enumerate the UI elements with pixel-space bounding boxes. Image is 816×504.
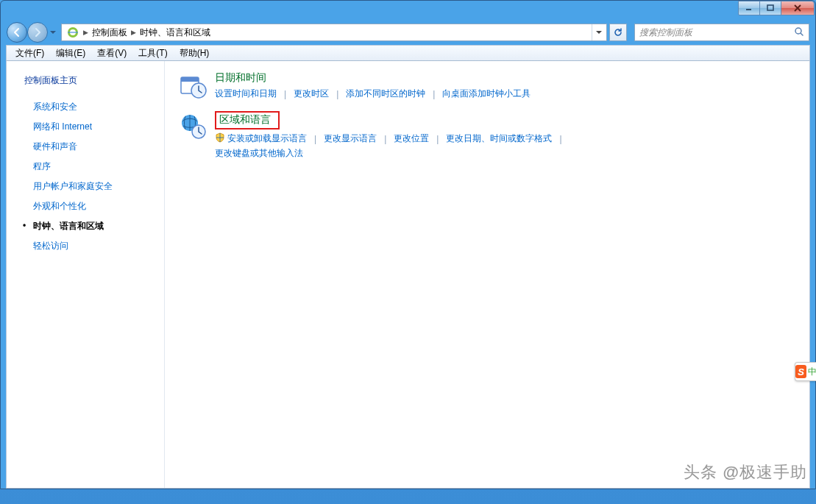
sidebar-item-system-security[interactable]: 系统和安全 (24, 97, 155, 117)
task-change-formats[interactable]: 更改日期、时间或数字格式 (446, 132, 552, 145)
caption-buttons (739, 1, 815, 15)
address-dropdown[interactable] (592, 24, 605, 40)
search-input[interactable]: 搜索控制面板 (634, 24, 809, 41)
menu-edit[interactable]: 编辑(E) (50, 46, 91, 61)
sidebar-item-programs[interactable]: 程序 (24, 157, 155, 177)
refresh-button[interactable] (609, 24, 627, 41)
task-install-display-language[interactable]: 安装或卸载显示语言 (215, 132, 307, 145)
control-panel-icon (66, 26, 79, 39)
sidebar-item-ease-of-access[interactable]: 轻松访问 (24, 236, 155, 256)
sidebar-heading[interactable]: 控制面板主页 (24, 74, 155, 87)
menubar: 文件(F) 编辑(E) 查看(V) 工具(T) 帮助(H) (6, 45, 810, 61)
back-button[interactable] (7, 22, 27, 43)
breadcrumb-item[interactable]: 控制面板 (89, 26, 130, 39)
task-change-display-language[interactable]: 更改显示语言 (324, 132, 377, 145)
sidebar-item-clock-language-region[interactable]: 时钟、语言和区域 (24, 216, 155, 236)
menu-help[interactable]: 帮助(H) (174, 46, 216, 61)
category-region-language: 区域和语言 安装或卸载显示语言| 更改显示语言| 更改位置| 更改日期、时间或数… (178, 111, 796, 162)
close-button[interactable] (781, 1, 815, 15)
task-change-keyboard[interactable]: 更改键盘或其他输入法 (215, 147, 303, 160)
search-icon[interactable] (794, 26, 804, 39)
sidebar-item-network[interactable]: 网络和 Internet (24, 117, 155, 137)
sidebar-item-user-accounts[interactable]: 用户帐户和家庭安全 (24, 177, 155, 196)
breadcrumb-sep-icon: ▶ (82, 29, 89, 36)
titlebar (6, 6, 810, 21)
sidebar-item-appearance[interactable]: 外观和个性化 (24, 196, 155, 216)
svg-rect-1 (767, 5, 773, 10)
maximize-button[interactable] (759, 1, 781, 15)
svg-rect-7 (181, 77, 199, 82)
minimize-button[interactable] (738, 1, 760, 15)
datetime-title[interactable]: 日期和时间 (215, 71, 266, 85)
breadcrumb-sep-icon: ▶ (130, 29, 137, 36)
svg-rect-0 (746, 9, 751, 10)
forward-button[interactable] (27, 22, 48, 43)
svg-rect-4 (68, 32, 78, 33)
sidebar-item-hardware-sound[interactable]: 硬件和声音 (24, 137, 155, 157)
search-placeholder: 搜索控制面板 (639, 26, 692, 39)
navbar: ▶ 控制面板 ▶ 时钟、语言和区域 搜索控制面板 (6, 21, 810, 44)
task-add-clocks[interactable]: 添加不同时区的时钟 (346, 88, 425, 100)
sidebar: 控制面板主页 系统和安全 网络和 Internet 硬件和声音 程序 用户帐户和… (7, 61, 164, 488)
region-language-title[interactable]: 区域和语言 (215, 111, 280, 129)
task-add-desktop-clock[interactable]: 向桌面添加时钟小工具 (442, 88, 531, 100)
history-dropdown[interactable] (48, 25, 58, 40)
nav-buttons (7, 22, 58, 43)
address-bar[interactable]: ▶ 控制面板 ▶ 时钟、语言和区域 (61, 24, 607, 41)
datetime-icon (178, 71, 207, 101)
watermark: 头条 @极速手助 (684, 461, 807, 483)
ime-badge[interactable]: S 中 (795, 362, 816, 381)
menu-tools[interactable]: 工具(T) (132, 46, 173, 61)
task-change-timezone[interactable]: 更改时区 (294, 88, 329, 100)
task-change-location[interactable]: 更改位置 (394, 132, 429, 145)
category-datetime: 日期和时间 设置时间和日期| 更改时区| 添加不同时区的时钟| 向桌面添加时钟小… (178, 71, 796, 102)
uac-shield-icon (215, 132, 225, 143)
sidebar-list: 系统和安全 网络和 Internet 硬件和声音 程序 用户帐户和家庭安全 外观… (24, 97, 155, 256)
breadcrumb-item[interactable]: 时钟、语言和区域 (137, 26, 213, 39)
sogou-icon: S (795, 365, 806, 378)
window-body: 控制面板主页 系统和安全 网络和 Internet 硬件和声音 程序 用户帐户和… (6, 61, 810, 489)
task-set-time-date[interactable]: 设置时间和日期 (215, 88, 277, 100)
window: ▶ 控制面板 ▶ 时钟、语言和区域 搜索控制面板 文件(F) 编辑(E) 查看(… (0, 0, 816, 489)
ime-lang-label: 中 (808, 366, 816, 378)
menu-file[interactable]: 文件(F) (10, 46, 50, 61)
menu-view[interactable]: 查看(V) (91, 46, 132, 61)
region-language-icon (178, 111, 207, 141)
content: 日期和时间 设置时间和日期| 更改时区| 添加不同时区的时钟| 向桌面添加时钟小… (164, 61, 809, 488)
